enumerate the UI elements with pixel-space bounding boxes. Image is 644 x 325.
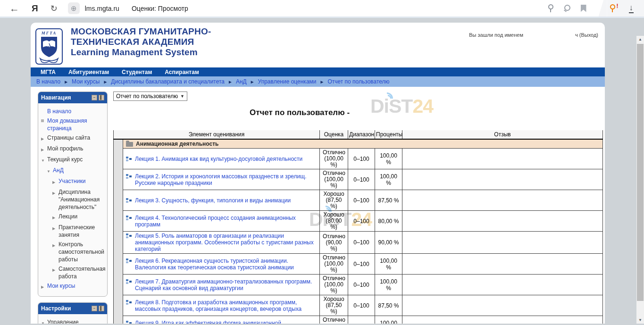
col-header-percent: Проценты <box>375 130 402 139</box>
item-link[interactable]: Лекция 4. Технологический процесс создан… <box>135 215 317 228</box>
nav-item-студентам[interactable]: Студентам <box>122 69 152 75</box>
sidebar-item[interactable]: ▶Самостоятельная работа <box>52 264 105 281</box>
report-type-select[interactable]: Отчет по пользователю ▼ <box>113 92 187 101</box>
feedback-cell <box>402 316 603 324</box>
downloads-icon[interactable]: ↓ <box>629 4 634 13</box>
back-icon[interactable]: ← <box>9 3 19 13</box>
nav-item-аспирантам[interactable]: Аспирантам <box>165 69 199 75</box>
sidebar-item[interactable]: ▶Мои курсы <box>41 281 105 292</box>
block-collapse-icon[interactable]: − <box>92 306 97 311</box>
password-manager-icon[interactable] <box>548 4 553 12</box>
lesson-icon <box>126 198 132 203</box>
arrow-right-icon: ▶ <box>41 283 47 291</box>
address-url[interactable]: lms.mgta.ru <box>85 5 119 12</box>
range-cell: 0–100 <box>348 275 375 295</box>
item-link[interactable]: Лекция 3. Сущность, функция, типология и… <box>135 197 291 204</box>
yandex-logo-icon[interactable]: Я <box>32 4 38 13</box>
chevron-down-icon: ▼ <box>180 94 184 99</box>
lesson-icon <box>126 156 132 162</box>
block-dock-icon[interactable]: ▌ <box>99 95 104 100</box>
range-cell: 0–100 <box>348 149 375 169</box>
grade-percent: (87,50 %) <box>323 302 345 315</box>
sidebar-item[interactable]: ▶Контроль самостоятельной работы <box>52 240 105 264</box>
arrow-down-icon: ▼ <box>41 320 47 324</box>
nav-item-мгта[interactable]: МГТА <box>41 69 56 75</box>
item-name-cell: Лекция 7. Драматургия анимационно-театра… <box>123 275 320 295</box>
block-dock-icon[interactable]: ▌ <box>99 306 104 311</box>
grade-row: Лекция 5. Роль аниматоров в организации … <box>114 232 603 254</box>
bookmark-icon[interactable] <box>581 5 586 12</box>
breadcrumb-item[interactable]: Отчет по пользователю <box>327 78 389 85</box>
item-name-cell: Лекция 3. Сущность, функция, типология и… <box>123 190 320 211</box>
item-name-cell: Лекция 6. Рекреационная сущность туристс… <box>123 254 320 275</box>
breadcrumb-item[interactable]: АнД <box>236 78 247 85</box>
category-indent-cell <box>114 139 123 324</box>
arrow-down-icon: ▼ <box>47 168 53 175</box>
percent-cell: 100,00 % <box>375 149 402 169</box>
item-link[interactable]: Лекция 6. Рекреационная сущность туристс… <box>135 258 317 271</box>
grade-row: Лекция 8. Подготовка и разработка анимац… <box>114 295 603 316</box>
sidebar-item[interactable]: ▼Управление оценками <box>41 317 105 324</box>
item-link[interactable]: Лекция 8. Подготовка и разработка анимац… <box>135 299 317 312</box>
grade-row: Лекция 9. Игра как эффективная форма ани… <box>114 316 603 324</box>
sidebar-item-label: Контроль самостоятельной работы <box>59 241 105 263</box>
page-scrollbar[interactable]: ▲ ▼ <box>636 36 644 324</box>
category-name-cell: Анимационная деятельность <box>123 139 603 149</box>
feedback-cell <box>402 169 603 190</box>
extension-key-icon[interactable]: ! <box>610 4 615 12</box>
square-icon <box>41 118 47 122</box>
grade-cell: Отлично(100,00 %) <box>320 316 348 324</box>
folder-icon <box>126 142 133 147</box>
grade-row: Лекция 1. Анимация как вид культурно-дос… <box>114 149 603 169</box>
scrollbar-thumb[interactable] <box>637 44 644 301</box>
breadcrumb-item[interactable]: Управление оценками <box>258 78 317 85</box>
breadcrumb-item[interactable]: Дисциплины бакалавриата и специалитета <box>111 78 225 85</box>
lesson-icon <box>126 174 132 179</box>
grade-percent: (100,00 %) <box>323 156 345 168</box>
sidebar-item[interactable]: ▶Практические занятия <box>52 223 105 240</box>
sidebar-item[interactable]: ▼АнД <box>47 166 105 176</box>
sidebar-item[interactable]: ▶Дисциплина "Анимационная деятельность" <box>52 187 105 212</box>
sidebar-item[interactable]: ▶Лекции <box>52 212 105 223</box>
logout-link[interactable]: ч (Выход) <box>575 32 598 38</box>
nav-item-абитуриентам[interactable]: Абитуриентам <box>68 69 109 75</box>
range-cell: 0–100 <box>348 254 375 275</box>
item-name-cell: Лекция 4. Технологический процесс создан… <box>123 211 320 232</box>
arrow-down-icon: ▼ <box>41 157 47 165</box>
sidebar-item[interactable]: В начало <box>41 107 105 116</box>
breadcrumb-item[interactable]: Мои курсы <box>72 78 100 85</box>
arrow-right-icon: ▶ <box>52 214 59 222</box>
site-globe-icon[interactable]: ⊕ <box>68 2 80 14</box>
breadcrumb-separator: ► <box>320 79 325 84</box>
item-link[interactable]: Лекция 1. Анимация как вид культурно-дос… <box>135 156 302 162</box>
breadcrumb-item[interactable]: В начало <box>36 78 60 85</box>
sidebar-item[interactable]: ▶Участники <box>52 176 105 187</box>
zoom-icon[interactable] <box>563 5 570 12</box>
lesson-icon <box>126 279 132 284</box>
grade-cell: Отлично(100,00 %) <box>320 169 348 190</box>
item-link[interactable]: Лекция 9. Игра как эффективная форма ани… <box>135 320 317 324</box>
range-cell: 0–100 <box>348 211 375 232</box>
item-name-cell: Лекция 2. История и хронология массовых … <box>123 169 320 190</box>
lesson-icon <box>126 233 132 239</box>
sidebar-item[interactable]: ▼Текущий курс <box>41 155 105 166</box>
sidebar-item[interactable]: ▶Мой профиль <box>41 144 105 155</box>
grade-percent: (100,00 %) <box>323 261 345 273</box>
grade-percent: (100,00 %) <box>323 176 345 189</box>
grade-cell: Хорошо(80,00 %) <box>320 211 348 232</box>
item-link[interactable]: Лекция 2. История и хронология массовых … <box>135 173 317 186</box>
col-header-grade: Оценка <box>320 130 348 139</box>
arrow-right-icon: ▶ <box>52 267 59 274</box>
item-link[interactable]: Лекция 7. Драматургия анимационно-театра… <box>135 278 317 292</box>
refresh-icon[interactable]: ↻ <box>50 4 58 13</box>
sidebar-item[interactable]: Моя домашняя страница <box>41 116 105 133</box>
sidebar-item-label: Текущий курс <box>47 156 83 163</box>
block-collapse-icon[interactable]: − <box>92 95 97 100</box>
sidebar-item[interactable]: ▶Страницы сайта <box>41 133 105 144</box>
item-link[interactable]: Лекция 5. Роль аниматоров в организации … <box>135 233 317 252</box>
scroll-up-icon[interactable]: ▲ <box>636 36 644 43</box>
grade-cell: Отлично(100,00 %) <box>320 254 348 275</box>
scroll-down-icon[interactable]: ▼ <box>636 317 644 324</box>
feedback-cell <box>402 149 603 169</box>
academy-title-line2: ТЕХНИЧЕСКАЯ АКАДЕМИЯ <box>71 37 211 47</box>
